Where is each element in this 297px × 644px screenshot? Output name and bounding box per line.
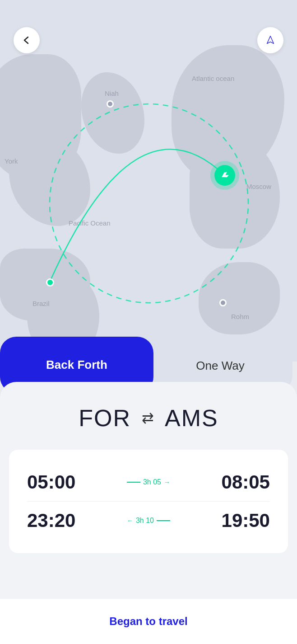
location-button[interactable] <box>257 27 283 53</box>
began-travel-button[interactable]: Began to travel <box>109 615 187 628</box>
content-card: FOR ⇄ AMS 05:00 3h 05 → 08:05 23:20 ← <box>0 382 297 644</box>
back-button[interactable] <box>14 27 40 53</box>
route-from: FOR <box>79 404 131 432</box>
plane-icon <box>218 169 231 182</box>
route-to: AMS <box>165 404 218 432</box>
duration-text-1: 3h 05 <box>143 478 161 486</box>
duration-arrow-left-2: ← <box>127 517 133 524</box>
map-point-rohm <box>219 299 227 306</box>
location-icon <box>265 35 275 45</box>
flight-row-1: 05:00 3h 05 → 08:05 <box>27 463 270 502</box>
departure-time-2: 23:20 <box>27 510 90 531</box>
bottom-button-area: Began to travel <box>0 599 297 644</box>
bottom-panel: Back Forth One Way FOR ⇄ AMS 05:00 3h 05… <box>0 337 297 644</box>
map-area: Atlantic ocean York Niah Moscow Pacific … <box>0 0 297 362</box>
plane-icon-circle <box>214 165 235 186</box>
map-point-niah <box>107 100 114 108</box>
duration-line-left-1 <box>127 482 140 483</box>
flight-row-2: 23:20 ← 3h 10 19:50 <box>27 502 270 540</box>
route-arrows-icon: ⇄ <box>142 409 154 427</box>
one-way-tab[interactable]: One Way <box>157 348 283 384</box>
duration-1: 3h 05 → <box>127 478 170 486</box>
route-display: FOR ⇄ AMS <box>0 382 297 445</box>
duration-2: ← 3h 10 <box>127 517 170 525</box>
map-point-brazil <box>46 278 54 287</box>
departure-time-1: 05:00 <box>27 471 90 493</box>
duration-line-right-2 <box>157 520 170 521</box>
map-point-moscow <box>210 161 239 190</box>
arrival-time-1: 08:05 <box>207 471 270 493</box>
arrival-time-2: 19:50 <box>207 510 270 531</box>
times-section: 05:00 3h 05 → 08:05 23:20 ← 3h 10 19:50 <box>9 450 288 553</box>
back-icon <box>22 35 32 45</box>
duration-arrow-1: → <box>164 479 170 486</box>
duration-text-2: 3h 10 <box>136 517 154 525</box>
